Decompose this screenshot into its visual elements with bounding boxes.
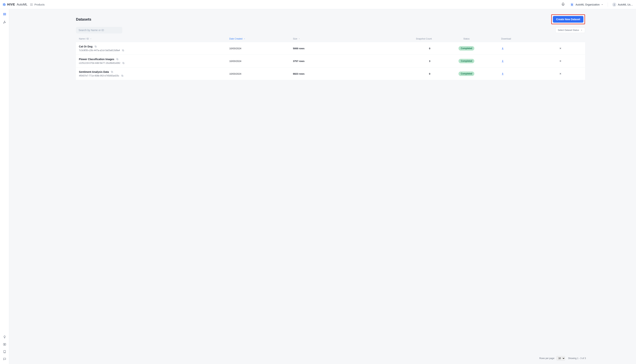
cell-delete (559, 72, 582, 75)
rows-per-page-select[interactable]: 10 (556, 356, 565, 361)
table-row[interactable]: Sentiment Analysis Data 4f5407e7-771e-40… (76, 68, 585, 80)
sidebar-item-feedback[interactable] (3, 358, 6, 361)
user-avatar-icon (612, 2, 616, 6)
brand-name: HIVE (7, 3, 15, 6)
organization-icon (570, 2, 574, 6)
page-title: Datasets (76, 17, 91, 22)
table-row[interactable]: Flower Classification Images c2251219-07… (76, 55, 585, 68)
col-download: Download (501, 38, 559, 40)
cell-date-created: 10/03/2024 (229, 60, 293, 62)
sidebar-item-billing[interactable] (3, 343, 6, 346)
svg-point-8 (32, 4, 33, 5)
close-icon[interactable] (559, 72, 582, 75)
status-filter[interactable]: Select Dataset Status (555, 28, 585, 33)
copy-id-icon[interactable] (122, 62, 125, 64)
dataset-name: Flower Classification Images (79, 58, 114, 61)
cell-size: 6823 rows (293, 72, 357, 75)
cell-download (501, 47, 559, 50)
copy-id-icon[interactable] (122, 49, 124, 52)
svg-point-18 (4, 21, 5, 21)
col-name-id[interactable]: Name / ID (79, 38, 229, 40)
user-menu[interactable]: AutoML Us… (612, 2, 633, 6)
copy-name-icon[interactable] (111, 70, 113, 73)
chevron-down-icon (244, 38, 245, 40)
highlight-create-button: Create New Dataset (551, 14, 585, 24)
organization-name: AutoML Organization (575, 3, 599, 6)
svg-point-9 (30, 5, 31, 6)
cell-snapshot-count: 0 (357, 47, 432, 50)
col-snapshot-count-label: Snapshot Count (416, 38, 432, 40)
copy-name-icon[interactable] (94, 45, 97, 48)
rows-per-page-label: Rows per page: (539, 357, 555, 360)
create-new-dataset-button[interactable]: Create New Dataset (553, 16, 583, 22)
status-badge: Completed (458, 72, 474, 76)
svg-point-4 (31, 4, 32, 4)
table-header: Name / ID Date Created Size Snapshot Cou… (76, 36, 585, 42)
pagination-showing: Showing 1 - 3 of 3 (568, 357, 586, 360)
sidebar-item-models[interactable] (3, 20, 6, 24)
download-icon[interactable] (501, 72, 559, 75)
chevron-down-icon (90, 38, 92, 40)
dataset-name: Sentiment Analysis Data (79, 70, 109, 73)
svg-point-5 (32, 4, 33, 4)
col-snapshot-count: Snapshot Count (357, 38, 432, 40)
cell-size: 5000 rows (293, 47, 357, 50)
user-name: AutoML Us… (618, 3, 633, 6)
copy-name-icon[interactable] (116, 58, 119, 60)
close-icon[interactable] (559, 60, 582, 62)
cell-name-id: Flower Classification Images c2251219-07… (79, 58, 229, 64)
table-row[interactable]: Cat Or Dog 7c3c9f35-c29c-447a-a2cd-3a03a… (76, 42, 585, 55)
sidebar-item-tips[interactable] (3, 335, 6, 339)
page-header: Datasets Create New Dataset (76, 14, 585, 24)
notifications-bell-icon[interactable] (561, 2, 565, 6)
rows-per-page: Rows per page: 10 (539, 356, 565, 361)
svg-point-3 (30, 4, 31, 4)
col-size[interactable]: Size (293, 38, 357, 40)
main-content: Datasets Create New Dataset Select Datas… (9, 9, 636, 364)
sidebar-item-datasets[interactable] (3, 12, 6, 16)
svg-rect-1 (4, 3, 5, 6)
svg-point-10 (31, 5, 32, 6)
sidebar-item-docs[interactable] (3, 350, 6, 353)
cell-status: Completed (432, 59, 501, 63)
dataset-name: Cat Or Dog (79, 45, 93, 48)
dataset-id: c2251219-070d-44bf-9e77-15cd9e81e082 (79, 62, 120, 64)
products-menu[interactable]: Products (30, 3, 45, 6)
col-status: Status (432, 38, 501, 40)
status-badge: Completed (458, 59, 474, 63)
close-icon[interactable] (559, 47, 582, 50)
brand-product: AutoML (17, 3, 28, 6)
svg-rect-0 (3, 3, 4, 6)
brand-logo[interactable]: HIVE AutoML (3, 3, 28, 6)
svg-point-6 (30, 4, 31, 5)
datasets-table: Name / ID Date Created Size Snapshot Cou… (76, 36, 585, 80)
col-name-id-label: Name / ID (79, 38, 89, 40)
hive-logo-icon (3, 3, 6, 6)
organization-switcher[interactable]: AutoML Organization (570, 2, 603, 6)
caret-down-icon (601, 4, 603, 6)
col-date-created[interactable]: Date Created (229, 38, 293, 40)
download-icon[interactable] (501, 60, 559, 62)
status-badge: Completed (458, 46, 474, 50)
chevron-down-icon (580, 29, 583, 31)
products-label: Products (35, 3, 45, 6)
cell-name-id: Sentiment Analysis Data 4f5407e7-771e-40… (79, 70, 229, 77)
col-date-created-label: Date Created (229, 38, 242, 40)
svg-rect-15 (3, 13, 6, 14)
cell-date-created: 10/03/2024 (229, 72, 293, 75)
svg-rect-2 (5, 4, 6, 6)
col-status-label: Status (463, 38, 469, 40)
svg-point-14 (614, 4, 615, 4)
search-input[interactable] (76, 27, 122, 34)
sidebar (0, 9, 9, 364)
copy-id-icon[interactable] (121, 74, 124, 77)
svg-point-7 (31, 4, 32, 5)
cell-snapshot-count: 0 (357, 72, 432, 75)
cell-date-created: 10/03/2024 (229, 47, 293, 50)
apps-grid-icon (30, 3, 33, 6)
download-icon[interactable] (501, 47, 559, 50)
svg-point-19 (5, 22, 5, 22)
dataset-id: 4f5407e7-771e-408b-9f1f-e745063a425c (79, 74, 119, 77)
cell-snapshot-count: 3 (357, 60, 432, 62)
cell-delete (559, 60, 582, 62)
